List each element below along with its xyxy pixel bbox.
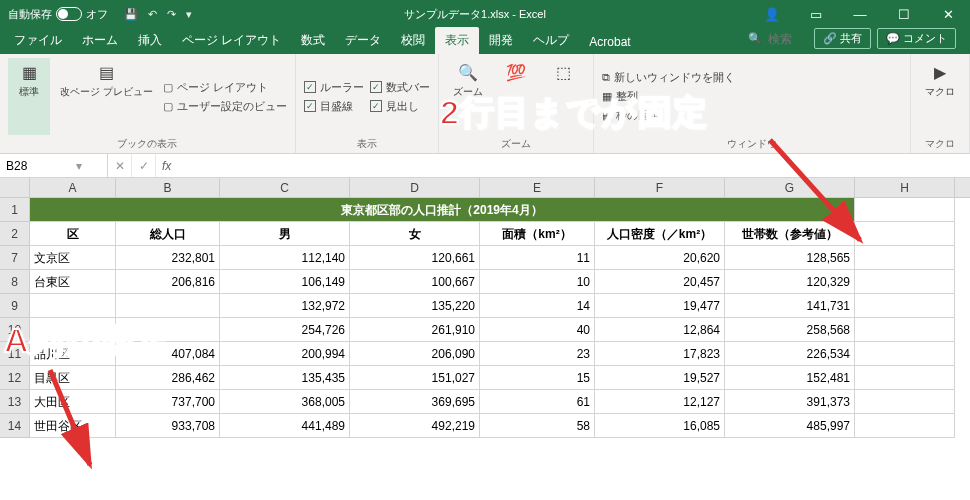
search-input[interactable] (768, 32, 808, 46)
header-cell[interactable]: 面積（km²） (480, 222, 595, 246)
cell[interactable]: 200,994 (220, 342, 350, 366)
tab-9[interactable]: ヘルプ (523, 27, 579, 54)
cell[interactable] (30, 294, 116, 318)
col-header[interactable]: B (116, 178, 220, 197)
zoom-100-button[interactable]: 💯 (495, 58, 537, 135)
arrange-button[interactable]: ▦整列 (602, 89, 735, 104)
cell[interactable] (855, 414, 955, 438)
cell[interactable]: 141,731 (725, 294, 855, 318)
cell[interactable] (855, 222, 955, 246)
tab-10[interactable]: Acrobat (579, 30, 640, 54)
pagelayout-button[interactable]: ▢ページ レイアウト (163, 80, 287, 95)
cell[interactable]: 232,801 (116, 246, 220, 270)
row-header[interactable]: 9 (0, 294, 30, 318)
cell[interactable]: 14 (480, 294, 595, 318)
custom-views-button[interactable]: ▢ユーザー設定のビュー (163, 99, 287, 114)
header-cell[interactable]: 世帯数（参考値） (725, 222, 855, 246)
header-cell[interactable]: 人口密度（／km²） (595, 222, 725, 246)
col-header[interactable]: G (725, 178, 855, 197)
cell[interactable] (855, 198, 955, 222)
new-window-button[interactable]: ⧉新しいウィンドウを開く (602, 70, 735, 85)
cell[interactable]: 12,864 (595, 318, 725, 342)
cell[interactable]: 23 (480, 342, 595, 366)
tab-6[interactable]: 校閲 (391, 27, 435, 54)
row-header[interactable]: 10 (0, 318, 30, 342)
select-all[interactable] (0, 178, 30, 197)
cell[interactable]: 369,695 (350, 390, 480, 414)
row-header[interactable]: 12 (0, 366, 30, 390)
redo-icon[interactable]: ↷ (167, 8, 176, 21)
cell[interactable]: 152,481 (725, 366, 855, 390)
title-cell[interactable]: 東京都区部の人口推計（2019年4月） (30, 198, 855, 222)
gridlines-checkbox[interactable]: ✓目盛線 (304, 99, 364, 114)
row-header[interactable]: 14 (0, 414, 30, 438)
cell[interactable]: 135,435 (220, 366, 350, 390)
header-cell[interactable]: 男 (220, 222, 350, 246)
cell[interactable]: 15 (480, 366, 595, 390)
cell[interactable]: 135,220 (350, 294, 480, 318)
cell[interactable]: 61 (480, 390, 595, 414)
row-header[interactable]: 11 (0, 342, 30, 366)
cell[interactable]: 132,972 (220, 294, 350, 318)
tab-4[interactable]: 数式 (291, 27, 335, 54)
tab-0[interactable]: ファイル (4, 27, 72, 54)
chevron-down-icon[interactable]: ▾ (76, 159, 82, 173)
col-header[interactable]: A (30, 178, 116, 197)
col-header[interactable]: C (220, 178, 350, 197)
cancel-icon[interactable]: ✕ (108, 154, 132, 177)
cell[interactable]: 19,477 (595, 294, 725, 318)
cell[interactable]: 106,149 (220, 270, 350, 294)
cell[interactable]: 120,661 (350, 246, 480, 270)
freeze-panes-button[interactable]: ▦枠の固定 (602, 108, 735, 123)
header-cell[interactable]: 総人口 (116, 222, 220, 246)
cell[interactable]: 206,816 (116, 270, 220, 294)
cell[interactable]: 100,667 (350, 270, 480, 294)
cell[interactable]: 19,527 (595, 366, 725, 390)
cell[interactable] (30, 318, 116, 342)
headings-checkbox[interactable]: ✓見出し (370, 99, 430, 114)
comment-button[interactable]: 💬コメント (877, 28, 956, 49)
cell[interactable]: 17,823 (595, 342, 725, 366)
cell[interactable]: 286,462 (116, 366, 220, 390)
header-cell[interactable]: 区 (30, 222, 116, 246)
cell[interactable]: 10 (480, 270, 595, 294)
ruler-checkbox[interactable]: ✓ルーラー (304, 80, 364, 95)
undo-icon[interactable]: ↶ (148, 8, 157, 21)
cell[interactable] (855, 318, 955, 342)
cell[interactable]: 目黒区 (30, 366, 116, 390)
cell[interactable]: 12,127 (595, 390, 725, 414)
autosave-toggle[interactable]: 自動保存 オフ (0, 7, 116, 22)
row-header[interactable]: 8 (0, 270, 30, 294)
cell[interactable]: 737,700 (116, 390, 220, 414)
cell[interactable]: 16,085 (595, 414, 725, 438)
cell[interactable]: 933,708 (116, 414, 220, 438)
cell[interactable] (855, 246, 955, 270)
header-cell[interactable]: 女 (350, 222, 480, 246)
cell[interactable]: 407,084 (116, 342, 220, 366)
share-button[interactable]: 🔗共有 (814, 28, 871, 49)
cell[interactable]: 台東区 (30, 270, 116, 294)
cell[interactable]: 391,373 (725, 390, 855, 414)
cell[interactable] (116, 318, 220, 342)
normal-view-button[interactable]: ▦標準 (8, 58, 50, 135)
tab-5[interactable]: データ (335, 27, 391, 54)
cell[interactable]: 128,565 (725, 246, 855, 270)
tab-3[interactable]: ページ レイアウト (172, 27, 291, 54)
cell[interactable] (855, 294, 955, 318)
formula-input[interactable] (177, 159, 970, 173)
col-header[interactable]: H (855, 178, 955, 197)
cell[interactable]: 441,489 (220, 414, 350, 438)
cell[interactable] (855, 342, 955, 366)
col-header[interactable]: E (480, 178, 595, 197)
row-header[interactable]: 1 (0, 198, 30, 222)
cell[interactable]: 大田区 (30, 390, 116, 414)
formulabar-checkbox[interactable]: ✓数式バー (370, 80, 430, 95)
cell[interactable]: 261,910 (350, 318, 480, 342)
col-header[interactable]: D (350, 178, 480, 197)
zoom-selection-button[interactable]: ⬚ (543, 58, 585, 135)
tab-8[interactable]: 開発 (479, 27, 523, 54)
save-icon[interactable]: 💾 (124, 8, 138, 21)
cell[interactable]: 226,534 (725, 342, 855, 366)
row-header[interactable]: 2 (0, 222, 30, 246)
cell[interactable]: 58 (480, 414, 595, 438)
